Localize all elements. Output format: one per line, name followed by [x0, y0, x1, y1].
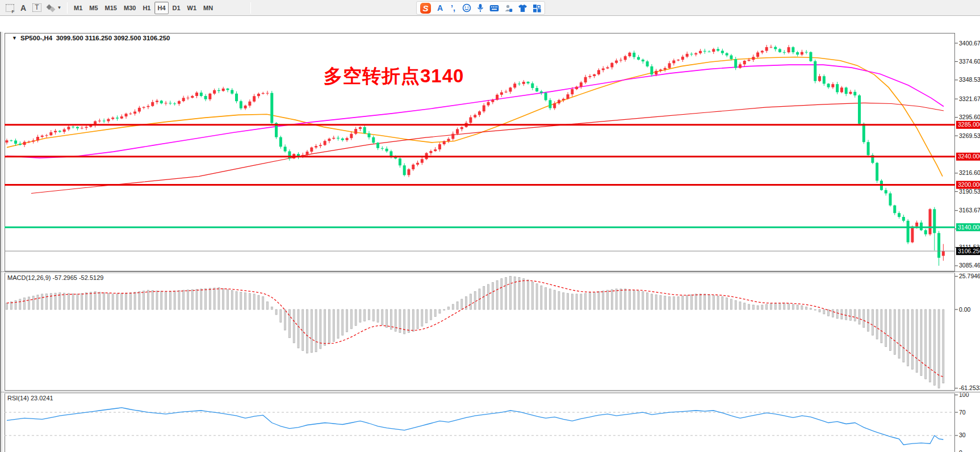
macd-tick-label: -61.2533: [959, 384, 980, 391]
tf-mn-button[interactable]: MN: [200, 2, 216, 14]
sogou-logo-icon[interactable]: S: [420, 3, 431, 14]
symbol-ohlc-title: SP500-,H4 3099.500 3116.250 3092.500 310…: [20, 35, 170, 41]
timeframe-group: M1 M5 M15 M30 H1 H4 D1 W1 MN: [70, 0, 216, 16]
tf-m30-button[interactable]: M30: [121, 2, 139, 14]
svg-text:3285.000: 3285.000: [958, 121, 980, 128]
chevron-down-icon: ▼: [57, 5, 62, 10]
svg-text:3140.000: 3140.000: [958, 224, 980, 231]
keyboard-icon[interactable]: [489, 5, 499, 12]
tf-h4-button[interactable]: H4: [154, 2, 168, 14]
svg-text:3106.250: 3106.250: [958, 248, 980, 254]
svg-text:3200.000: 3200.000: [958, 181, 980, 188]
toolbar-separator: [67, 2, 68, 14]
punctuation-icon[interactable]: ’,: [449, 3, 457, 12]
price-tick-label: 3374.600: [959, 58, 980, 65]
label-tool-button[interactable]: A: [17, 2, 30, 14]
tf-w1-button[interactable]: W1: [185, 2, 200, 14]
rsi-tick-label: 30: [959, 432, 966, 438]
price-tick-label: 3400.670: [959, 40, 980, 47]
text-tool-icon: T: [32, 3, 41, 12]
toolbar-separator: [250, 2, 251, 14]
rsi-tick-label: 0: [959, 449, 962, 452]
price-tick-label: 3163.670: [959, 207, 980, 214]
sogou-input-bar: S A ’,: [416, 1, 545, 15]
top-toolbar: F A T ▼ M1 M5 M15 M30 H1 H4 D1 W1 MN: [0, 0, 980, 16]
symbol-dropdown-icon[interactable]: ▼: [12, 35, 17, 41]
price-tick-label: 3321.670: [959, 95, 980, 102]
tf-h1-button[interactable]: H1: [140, 2, 153, 14]
price-tick-label: 3085.460: [959, 262, 980, 269]
grid-f-icon: F: [6, 4, 14, 12]
tf-m1-button[interactable]: M1: [71, 2, 85, 14]
macd-indicator-label: MACD(12,26,9) -57.2965 -52.5129: [7, 274, 103, 281]
chart-annotation-text: 多空转折点3140: [324, 64, 464, 89]
text-tool-button[interactable]: T: [31, 2, 43, 14]
template-button[interactable]: F: [3, 2, 16, 14]
rsi-indicator-label: RSI(14) 23.0241: [7, 395, 53, 401]
chart-window[interactable]: 3400.6703374.6003348.5303321.6703295.600…: [0, 16, 980, 452]
price-tick-label: 3216.600: [959, 169, 980, 176]
font-mode-icon[interactable]: A: [436, 3, 444, 12]
letter-a-icon: A: [20, 3, 26, 12]
microphone-icon[interactable]: [476, 3, 484, 12]
rsi-tick-label: 70: [959, 409, 966, 416]
candlestick-chart-canvas[interactable]: 3400.6703374.6003348.5303321.6703295.600…: [0, 16, 980, 452]
svg-text:3240.000: 3240.000: [958, 153, 980, 160]
price-tick-label: 3348.530: [959, 76, 980, 83]
price-tick-label: 3190.530: [959, 188, 980, 195]
price-tick-label: 3269.530: [959, 132, 980, 139]
price-tick-label: 3295.600: [959, 114, 980, 120]
skin-icon[interactable]: [518, 4, 527, 12]
tf-m15-button[interactable]: M15: [102, 2, 120, 14]
tf-d1-button[interactable]: D1: [170, 2, 183, 14]
macd-tick-label: 0.00: [959, 306, 971, 313]
tf-m5-button[interactable]: M5: [86, 2, 100, 14]
emoji-icon[interactable]: [462, 3, 471, 12]
menu-grid-icon[interactable]: [533, 4, 541, 12]
user-permission-icon[interactable]: [504, 4, 513, 12]
shapes-dropdown-button[interactable]: ▼: [44, 2, 64, 14]
shapes-icon: [47, 4, 56, 12]
trading-platform-screen: F A T ▼ M1 M5 M15 M30 H1 H4 D1 W1 MN: [0, 0, 980, 452]
macd-tick-label: 25.7946: [959, 273, 980, 279]
